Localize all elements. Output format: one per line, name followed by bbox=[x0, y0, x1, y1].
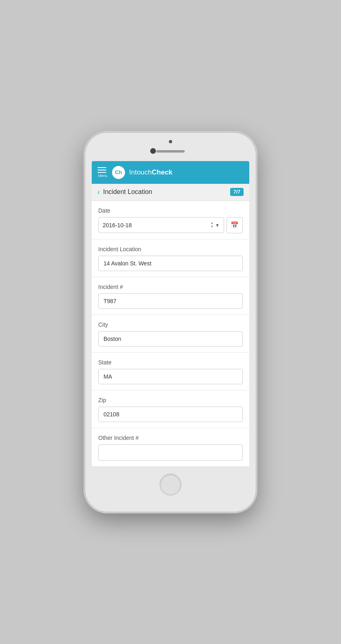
zip-label: Zip bbox=[98, 397, 243, 403]
phone-speaker bbox=[156, 150, 185, 153]
incident-number-section: Incident # bbox=[92, 277, 249, 315]
city-section: City bbox=[92, 315, 249, 353]
date-spinners[interactable]: ▲ ▼ bbox=[210, 222, 214, 228]
nav-bar: ‹ Incident Location 7/7 bbox=[92, 184, 249, 201]
date-section: Date 2016-10-18 ▲ ▼ ▼ 📅 bbox=[92, 201, 249, 239]
phone-top-dot bbox=[169, 140, 172, 143]
incident-location-label: Incident Location bbox=[98, 246, 243, 252]
date-value: 2016-10-18 bbox=[103, 222, 132, 228]
phone-screen: Menu Ch IntouchCheck ‹ Incident Location… bbox=[92, 161, 249, 466]
calendar-icon: 📅 bbox=[231, 221, 239, 229]
other-incident-input[interactable] bbox=[98, 444, 243, 461]
incident-location-input[interactable] bbox=[98, 256, 243, 271]
date-input-group[interactable]: 2016-10-18 ▲ ▼ ▼ bbox=[98, 217, 224, 233]
nav-title: Incident Location bbox=[103, 188, 152, 196]
app-header: Menu Ch IntouchCheck bbox=[92, 161, 249, 184]
calendar-button[interactable]: 📅 bbox=[227, 217, 243, 233]
city-input[interactable] bbox=[98, 331, 243, 347]
menu-button[interactable] bbox=[97, 167, 106, 173]
other-incident-label: Other Incident # bbox=[98, 435, 243, 441]
incident-location-section: Incident Location bbox=[92, 239, 249, 277]
city-label: City bbox=[98, 321, 243, 328]
form-content: Date 2016-10-18 ▲ ▼ ▼ 📅 bbox=[92, 201, 249, 466]
incident-number-input[interactable] bbox=[98, 293, 243, 309]
state-label: State bbox=[98, 359, 243, 366]
phone-camera bbox=[150, 148, 156, 154]
phone-device: Menu Ch IntouchCheck ‹ Incident Location… bbox=[85, 133, 256, 512]
state-input[interactable] bbox=[98, 369, 243, 384]
state-section: State bbox=[92, 353, 249, 390]
app-title: IntouchCheck bbox=[129, 168, 173, 177]
date-label: Date bbox=[98, 207, 243, 214]
date-dropdown-arrow[interactable]: ▼ bbox=[215, 223, 220, 228]
incident-number-label: Incident # bbox=[98, 284, 243, 290]
date-row: 2016-10-18 ▲ ▼ ▼ 📅 bbox=[98, 217, 243, 233]
other-incident-section: Other Incident # bbox=[92, 428, 249, 466]
page-badge: 7/7 bbox=[230, 188, 244, 196]
zip-section: Zip bbox=[92, 390, 249, 428]
nav-left: ‹ Incident Location bbox=[97, 188, 152, 196]
back-button[interactable]: ‹ bbox=[97, 188, 100, 196]
home-button[interactable] bbox=[160, 474, 181, 495]
menu-label: Menu bbox=[98, 174, 108, 178]
zip-input[interactable] bbox=[98, 407, 243, 422]
app-logo: Ch bbox=[112, 166, 125, 179]
